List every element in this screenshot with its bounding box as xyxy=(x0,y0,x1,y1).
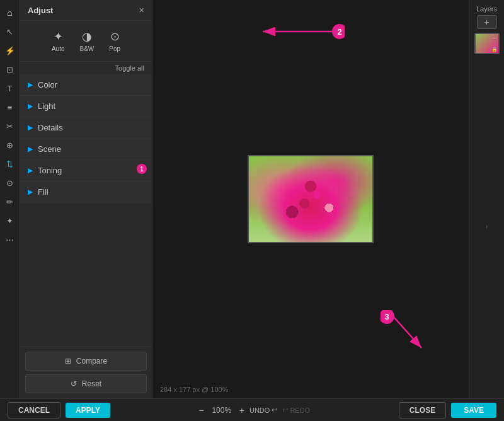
reset-icon: ↺ xyxy=(71,379,77,388)
scene-label: Scene xyxy=(38,144,61,154)
svg-line-5 xyxy=(393,316,421,348)
toning-label: Toning xyxy=(38,166,62,175)
toggle-all-row: Toggle all xyxy=(20,62,152,74)
adjust-title: Adjust xyxy=(28,6,53,15)
bw-preset-button[interactable]: ◑ B&W xyxy=(75,27,100,55)
pop-icon: ⊙ xyxy=(110,30,120,43)
annotation-3-arrow: 3 xyxy=(381,310,444,360)
adjust-actions: ⊞ Compare ↺ Reset xyxy=(20,346,152,398)
home-tool[interactable]: ⌂ xyxy=(3,5,18,20)
zoom-out-button[interactable]: − xyxy=(199,405,204,415)
light-label: Light xyxy=(38,101,55,111)
star-tool[interactable]: ✦ xyxy=(3,213,18,228)
auto-preset-button[interactable]: ✦ Auto xyxy=(47,27,70,55)
auto-label: Auto xyxy=(52,45,65,52)
pop-preset-button[interactable]: ⊙ Pop xyxy=(104,27,125,55)
adjust-list: ▶ Color ▶ Light ▶ Details ▶ Scene ▶ Toni… xyxy=(20,74,152,346)
pop-label: Pop xyxy=(109,45,120,52)
canvas-main: 2 3 xyxy=(152,0,469,398)
details-chevron-icon: ▶ xyxy=(28,124,33,132)
zoom-level: 100% xyxy=(209,406,234,415)
quick-tool[interactable]: ⚡ xyxy=(3,43,18,58)
toning-item[interactable]: ▶ Toning 1 xyxy=(20,160,152,182)
bottom-center: − 100% + UNDO ↩ ↩ REDO xyxy=(110,405,399,415)
reset-label: Reset xyxy=(82,379,101,388)
bw-icon: ◑ xyxy=(82,30,92,43)
circle-tool[interactable]: ⊙ xyxy=(3,175,18,190)
toggle-all-button[interactable]: Toggle all xyxy=(115,64,144,72)
light-chevron-icon: ▶ xyxy=(28,102,33,110)
select-tool[interactable]: ↖ xyxy=(3,24,18,39)
canvas-area: 2 3 284 x 177 px @ 100% xyxy=(152,0,469,398)
crop-tool[interactable]: ⊡ xyxy=(3,62,18,77)
bw-label: B&W xyxy=(80,45,94,52)
redo-button[interactable]: ↩ REDO xyxy=(282,406,310,414)
layer-options-icon: ··· xyxy=(493,35,497,41)
add-layer-button[interactable]: + xyxy=(477,15,497,29)
light-item[interactable]: ▶ Light xyxy=(20,96,152,117)
presets-row: ✦ Auto ◑ B&W ⊙ Pop xyxy=(20,21,152,62)
svg-point-6 xyxy=(381,310,394,324)
fill-label: Fill xyxy=(38,187,49,197)
svg-text:2: 2 xyxy=(337,27,341,37)
details-label: Details xyxy=(38,123,63,132)
apply-button[interactable]: APPLY xyxy=(66,403,110,418)
color-label: Color xyxy=(38,80,57,89)
toning-chevron-icon: ▶ xyxy=(28,166,33,175)
paint-tool[interactable]: ✏ xyxy=(3,194,18,209)
toning-badge: 1 xyxy=(137,164,147,174)
filter-tool[interactable]: ≡ xyxy=(3,100,18,115)
details-item[interactable]: ▶ Details xyxy=(20,117,152,139)
reset-button[interactable]: ↺ Reset xyxy=(25,374,147,393)
layer-thumbnail[interactable]: ··· 🔒 xyxy=(474,33,500,54)
undo-icon: ↩ xyxy=(272,406,277,414)
more-tool[interactable]: ⋯ xyxy=(3,232,18,247)
adjust-panel: Adjust × ✦ Auto ◑ B&W ⊙ Pop Toggle all ▶ xyxy=(20,0,152,398)
fill-chevron-icon: ▶ xyxy=(28,188,33,196)
close-button[interactable]: CLOSE xyxy=(399,402,446,418)
zoom-in-button[interactable]: + xyxy=(239,405,244,415)
redo-label: REDO xyxy=(290,407,310,414)
compare-button[interactable]: ⊞ Compare xyxy=(25,352,147,371)
bottom-right: CLOSE SAVE xyxy=(399,402,496,418)
text-tool[interactable]: T xyxy=(3,81,18,96)
undo-button[interactable]: UNDO ↩ xyxy=(249,406,277,414)
layers-panel: Layers + ··· 🔒 › xyxy=(469,0,504,398)
compare-icon: ⊞ xyxy=(65,357,71,366)
auto-icon: ✦ xyxy=(54,30,63,43)
layers-title: Layers xyxy=(476,0,497,15)
undo-label: UNDO xyxy=(249,407,270,414)
adjust-tool[interactable]: ⇅ xyxy=(3,156,18,171)
annotation-2-arrow: 2 xyxy=(256,13,345,50)
compare-label: Compare xyxy=(76,357,107,366)
color-chevron-icon: ▶ xyxy=(28,81,33,89)
image-info: 284 x 177 px @ 100% xyxy=(160,386,228,393)
svg-point-2 xyxy=(332,24,345,39)
panel-close-button[interactable]: × xyxy=(139,5,144,15)
cut-tool[interactable]: ✂ xyxy=(3,118,18,134)
scene-item[interactable]: ▶ Scene xyxy=(20,139,152,160)
adjust-header: Adjust × xyxy=(20,0,152,21)
fill-item[interactable]: ▶ Fill xyxy=(20,182,152,203)
canvas-image xyxy=(248,155,374,243)
add-tool[interactable]: ⊕ xyxy=(3,137,18,153)
svg-text:3: 3 xyxy=(384,312,389,321)
save-button[interactable]: SAVE xyxy=(451,403,496,418)
scene-chevron-icon: ▶ xyxy=(28,145,33,153)
panel-collapse-button[interactable]: › xyxy=(486,54,488,398)
redo-icon: ↩ xyxy=(282,406,288,414)
left-toolbar: ⌂ ↖ ⚡ ⊡ T ≡ ✂ ⊕ ⇅ ⊙ ✏ ✦ ⋯ xyxy=(0,0,20,398)
bottom-bar: CANCEL APPLY − 100% + UNDO ↩ ↩ REDO CLOS… xyxy=(0,398,504,421)
color-item[interactable]: ▶ Color xyxy=(20,74,152,96)
cancel-button[interactable]: CANCEL xyxy=(8,402,60,418)
